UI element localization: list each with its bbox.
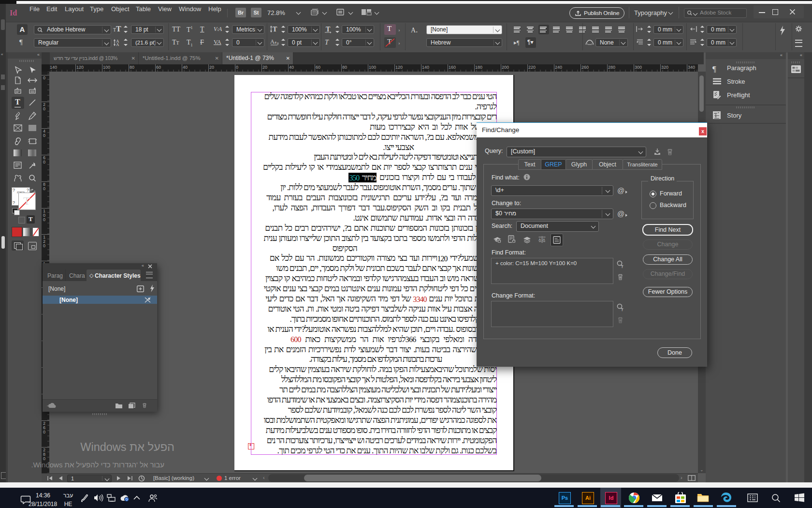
svg-text:A: A	[538, 238, 541, 242]
svg-text:A: A	[543, 238, 545, 242]
svg-text:T: T	[621, 264, 624, 269]
svg-text:T: T	[621, 307, 624, 312]
svg-text:T: T	[326, 26, 331, 33]
svg-text:A: A	[270, 38, 275, 45]
svg-text:T: T	[273, 26, 277, 33]
svg-text:a: a	[275, 40, 276, 45]
svg-text:A: A	[116, 42, 119, 47]
